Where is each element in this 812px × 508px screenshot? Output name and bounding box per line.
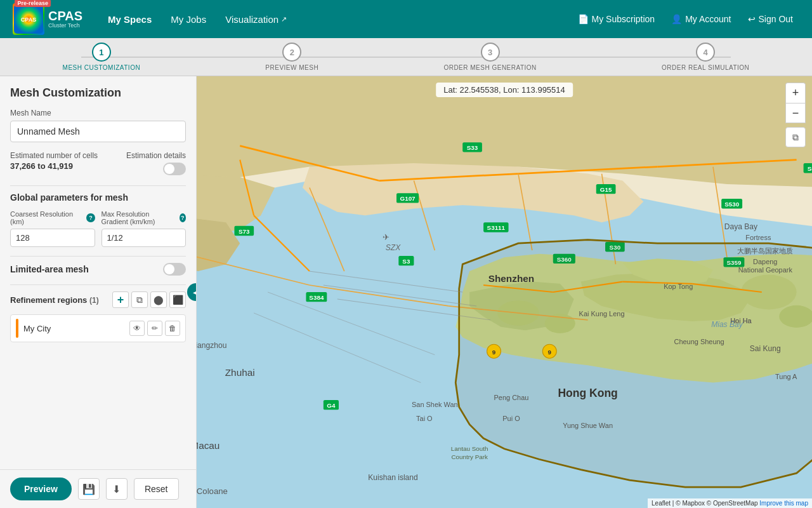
max-res-help-icon[interactable]: ?: [180, 213, 186, 222]
refinement-title: Refinement regions (1): [10, 295, 99, 305]
map-area: S33 S73 G107 S3111 G15 S30 S360: [197, 76, 812, 508]
map-svg: S33 S73 G107 S3111 G15 S30 S360: [197, 76, 812, 508]
limited-area-toggle[interactable]: [163, 263, 186, 276]
preview-button[interactable]: Preview: [10, 478, 72, 500]
draw-square-button[interactable]: ⬛: [169, 291, 186, 308]
mesh-name-input[interactable]: [10, 121, 186, 142]
main-content: Mesh Customization Mesh Name Estimated n…: [0, 76, 812, 508]
estimation-value: 37,266 to 41,919: [10, 161, 126, 171]
header-right: 📄 My Subscription 👤 My Account ↩ Sign Ou…: [572, 11, 799, 27]
sidebar: Mesh Customization Mesh Name Estimated n…: [0, 76, 197, 508]
nav-my-jobs[interactable]: My Jobs: [164, 10, 213, 29]
region-delete-button[interactable]: 🗑: [165, 321, 180, 336]
estimation-row: Estimated number of cells 37,266 to 41,9…: [10, 151, 186, 175]
svg-text:S3111: S3111: [487, 224, 506, 231]
account-icon: 👤: [671, 14, 682, 24]
map-coordinates: Lat: 22.545538, Lon: 113.995514: [436, 83, 573, 97]
step-4[interactable]: 4 ORDER REAL SIMULATION: [662, 43, 749, 71]
subscription-icon: 📄: [578, 14, 589, 24]
region-color-bar: [16, 319, 18, 338]
zoom-in-button[interactable]: +: [785, 83, 806, 103]
download-icon: ⬇: [112, 483, 121, 495]
step-4-circle: 4: [696, 43, 715, 62]
svg-text:San Shek Wan: San Shek Wan: [412, 401, 458, 408]
svg-text:Zhuhai: Zhuhai: [225, 367, 255, 378]
svg-text:Macau: Macau: [197, 440, 219, 451]
logo-image: CPAS Pre-release: [13, 3, 44, 35]
download-button[interactable]: ⬇: [106, 478, 128, 500]
max-res-label: Max Resolution Gradient (km/km) ?: [102, 210, 187, 225]
step-3[interactable]: 3 ORDER MESH GENERATION: [443, 43, 536, 71]
add-region-button[interactable]: +: [112, 291, 129, 308]
svg-text:G15: G15: [600, 186, 612, 193]
step-2[interactable]: 2 PREVIEW MESH: [265, 43, 318, 71]
logo-cluster: Cluster Tech: [48, 22, 82, 29]
coarsest-res-help-icon[interactable]: ?: [86, 213, 95, 222]
coarsest-res-group: Coarsest Resolution (km) ?: [10, 210, 95, 247]
svg-text:✈: ✈: [383, 232, 390, 242]
osm-link[interactable]: OpenStreetMap: [713, 500, 758, 507]
step-2-label: PREVIEW MESH: [265, 64, 318, 71]
leaflet-link[interactable]: Leaflet: [652, 500, 671, 507]
nav-visualization[interactable]: Visualization ↗: [219, 10, 293, 29]
svg-text:S384: S384: [309, 294, 324, 301]
coarsest-res-label: Coarsest Resolution (km) ?: [10, 210, 95, 225]
step-1-label: MESH CUSTOMIZATION: [63, 64, 141, 71]
refinement-tools: + ⧉ ⬤ ⬛: [112, 291, 186, 308]
step-4-label: ORDER REAL SIMULATION: [662, 64, 749, 71]
zoom-out-button[interactable]: −: [785, 103, 806, 123]
divider-2: [10, 256, 186, 257]
reset-button[interactable]: Reset: [134, 478, 179, 500]
main-nav: My Specs My Jobs Visualization ↗: [102, 10, 293, 29]
svg-text:S52x: S52x: [808, 165, 812, 172]
region-item: My City 👁 ✏ 🗑: [10, 314, 186, 342]
my-subscription-link[interactable]: 📄 My Subscription: [572, 11, 662, 27]
mesh-name-label: Mesh Name: [10, 109, 186, 117]
coarsest-res-input[interactable]: [10, 229, 95, 247]
max-res-group: Max Resolution Gradient (km/km) ?: [102, 210, 187, 247]
copy-region-button[interactable]: ⧉: [131, 291, 148, 308]
svg-text:S530: S530: [724, 201, 740, 208]
logo-cpas: CPAS: [48, 10, 82, 22]
svg-text:Fortress: Fortress: [745, 234, 771, 241]
my-account-link[interactable]: 👤 My Account: [665, 11, 737, 27]
region-name: My City: [23, 324, 129, 333]
svg-marker-91: [455, 240, 812, 487]
estimation-left: Estimated number of cells 37,266 to 41,9…: [10, 151, 126, 171]
nav-my-specs[interactable]: My Specs: [102, 10, 158, 29]
svg-text:S73: S73: [239, 228, 250, 235]
step-3-label: ORDER MESH GENERATION: [443, 64, 536, 71]
estimation-details-toggle[interactable]: [163, 163, 186, 175]
params-row: Coarsest Resolution (km) ? Max Resolutio…: [10, 210, 186, 247]
map-zoom-controls: + − ⧉: [785, 83, 806, 147]
estimation-right: Estimation details: [126, 151, 186, 175]
svg-text:Daya Bay: Daya Bay: [724, 222, 757, 231]
improve-link[interactable]: Improve this map: [759, 500, 808, 507]
svg-text:Xiangzhou: Xiangzhou: [197, 341, 226, 350]
step-1[interactable]: 1 MESH CUSTOMIZATION: [63, 43, 141, 71]
svg-text:Kuishan island: Kuishan island: [368, 473, 417, 482]
max-res-input[interactable]: [102, 229, 187, 247]
save-button[interactable]: 💾: [78, 478, 100, 500]
step-3-circle: 3: [481, 43, 500, 62]
region-edit-button[interactable]: ✏: [147, 321, 162, 336]
divider-3: [10, 284, 186, 285]
svg-text:Country Park: Country Park: [451, 453, 488, 460]
pre-release-badge: Pre-release: [15, 0, 51, 7]
map-layers-button[interactable]: ⧉: [785, 127, 806, 147]
draw-circle-button[interactable]: ⬤: [150, 291, 167, 308]
logo-text: CPAS Cluster Tech: [48, 10, 82, 29]
svg-text:Coloane: Coloane: [197, 486, 228, 496]
region-visibility-button[interactable]: 👁: [129, 321, 145, 336]
svg-text:S3: S3: [402, 258, 410, 265]
svg-text:CPAS: CPAS: [21, 17, 36, 23]
refinement-header: Refinement regions (1) + ⧉ ⬤ ⬛: [10, 291, 186, 308]
logo-area: CPAS Pre-release CPAS Cluster Tech: [13, 3, 82, 35]
header: CPAS Pre-release CPAS Cluster Tech My Sp…: [0, 0, 812, 38]
sign-out-link[interactable]: ↩ Sign Out: [742, 11, 799, 27]
limited-area-label: Limited-area mesh: [10, 264, 89, 274]
mapbox-link[interactable]: Mapbox: [682, 500, 705, 507]
region-actions: 👁 ✏ 🗑: [129, 321, 180, 336]
signout-icon: ↩: [748, 14, 756, 24]
external-link-icon: ↗: [281, 15, 287, 23]
